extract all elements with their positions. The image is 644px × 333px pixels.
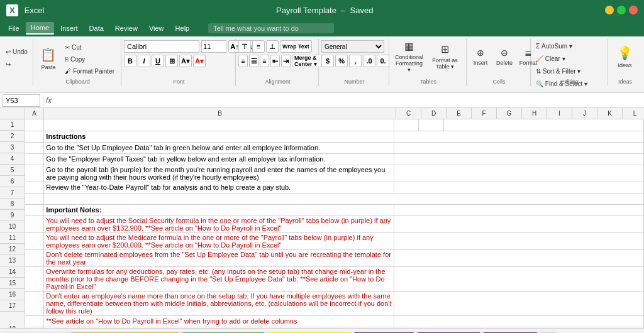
row-header-17[interactable]: 17 [0,300,25,312]
clear-button[interactable]: 🧹 Clear ▾ [533,53,590,64]
col-header-L[interactable]: L [623,108,644,119]
menu-data[interactable]: Data [84,23,109,34]
menu-file[interactable]: File [3,23,25,34]
search-input[interactable] [208,23,334,33]
col-header-K[interactable]: K [597,108,623,119]
col-header-J[interactable]: J [572,108,597,119]
cell-B13[interactable]: Don't enter an employee's name more than… [44,291,394,315]
cell-A14[interactable] [25,315,44,327]
cell-A7[interactable] [25,193,44,204]
row-header-4[interactable]: 4 [0,153,25,165]
col-header-G[interactable]: G [497,108,522,119]
col-header-I[interactable]: I [547,108,572,119]
cell-A3[interactable] [25,142,44,153]
cell-C10[interactable] [394,232,643,249]
ideas-button[interactable]: 💡 Ideas [611,40,639,73]
cell-A1[interactable] [25,119,44,131]
row-header-7[interactable]: 7 [0,187,25,199]
cell-B15[interactable]: **All payroll tabs show 160 rows; This m… [44,327,394,328]
cell-C8[interactable] [394,204,643,216]
font-size-input[interactable] [201,40,226,53]
underline-button[interactable]: U [152,55,164,67]
menu-view[interactable]: View [144,23,169,34]
cell-B8[interactable]: Important Notes: [44,204,394,216]
cell-A10[interactable] [25,232,44,249]
cell-E1[interactable] [444,119,644,131]
cell-B1[interactable] [44,119,394,131]
cell-C14[interactable] [394,315,643,327]
autosum-button[interactable]: Σ AutoSum ▾ [533,40,590,52]
row-header-18[interactable]: 18 [0,312,25,328]
cell-C4[interactable] [394,153,643,165]
fill-color-button[interactable]: A▾ [179,55,192,67]
row-header-12[interactable]: 12 [0,244,25,255]
cell-B12[interactable]: Overwrite formulas for any deductions, p… [44,266,394,291]
cell-C13[interactable] [394,291,643,315]
paste-button[interactable]: 📋 Paste [36,41,61,76]
col-header-H[interactable]: H [522,108,547,119]
format-painter-button[interactable]: 🖌 Format Painter [62,65,117,77]
col-header-C[interactable]: C [396,108,421,119]
row-header-2[interactable]: 2 [0,131,25,142]
row-header-16[interactable]: 16 [0,289,25,300]
row-header-6[interactable]: 6 [0,176,25,187]
cell-B9[interactable]: You will need to adjust the Social Secur… [44,216,394,232]
cell-D1[interactable] [419,119,444,131]
font-selector[interactable] [124,40,199,53]
font-color-button[interactable]: A▾ [193,55,206,67]
minimize-button[interactable] [605,6,614,14]
formula-input[interactable] [54,96,641,105]
row-header-1[interactable]: 1 [0,119,25,131]
cell-B6[interactable]: Review the "Year-to-Date Payroll" tab fo… [44,182,394,193]
maximize-button[interactable] [617,6,626,14]
cell-A12[interactable] [25,266,44,291]
cell-A15[interactable] [25,327,44,328]
conditional-formatting-button[interactable]: ▦ Conditional Formatting ▾ [392,40,426,73]
cell-B11[interactable]: Don't delete terminated employees from t… [44,249,394,266]
copy-button[interactable]: ⎘ Copy [62,53,117,65]
select-all-corner[interactable] [0,108,25,119]
cell-B14[interactable]: **See article on "How to Do Payroll in E… [44,315,394,327]
italic-button[interactable]: I [138,55,150,67]
cut-button[interactable]: ✂ Cut [62,41,117,53]
cell-A5[interactable] [25,165,44,182]
col-header-A[interactable]: A [25,108,44,119]
cell-A11[interactable] [25,249,44,266]
cell-B4[interactable]: Go the "Employer Payroll Taxes" tab in y… [44,153,394,165]
cell-C2[interactable] [394,131,643,142]
cell-B2[interactable]: Instructions [44,131,394,142]
currency-button[interactable]: $ [321,55,334,67]
cell-B3[interactable]: Go to the "Set Up Employee Data" tab in … [44,142,394,153]
number-format-select[interactable]: General [321,40,384,53]
cell-B5[interactable]: Go to the payroll tab (in purple) for th… [44,165,394,182]
align-top-button[interactable]: ⊤ [238,40,251,53]
cell-C12[interactable] [394,266,643,291]
cell-C15[interactable] [394,327,643,328]
cell-C6[interactable] [394,182,643,193]
decimal-increase-button[interactable]: .0 [363,55,375,67]
cell-reference-box[interactable] [3,94,40,107]
border-button[interactable]: ⊞ [165,55,178,67]
cell-C5[interactable] [394,165,643,182]
align-bottom-button[interactable]: ⊥ [266,40,279,53]
close-button[interactable] [629,6,638,14]
row-header-14[interactable]: 14 [0,266,25,278]
cell-B7[interactable] [44,193,644,204]
comma-button[interactable]: , [349,55,362,67]
undo-button[interactable]: ↩ Undo [3,46,30,58]
cell-A8[interactable] [25,204,44,216]
menu-review[interactable]: Review [110,23,143,34]
cell-A9[interactable] [25,216,44,232]
increase-indent-button[interactable]: ⇥ [281,55,291,67]
percent-button[interactable]: % [335,55,348,67]
decrease-indent-button[interactable]: ⇤ [270,55,280,67]
row-header-9[interactable]: 9 [0,210,25,221]
col-header-E[interactable]: E [447,108,472,119]
row-header-10[interactable]: 10 [0,221,25,232]
align-middle-button[interactable]: ≡ [252,40,265,53]
align-right-button[interactable]: ≡ [260,55,269,67]
row-header-13[interactable]: 13 [0,255,25,266]
align-center-button[interactable]: ☰ [249,55,258,67]
menu-insert[interactable]: Insert [55,23,83,34]
row-header-15[interactable]: 15 [0,278,25,289]
